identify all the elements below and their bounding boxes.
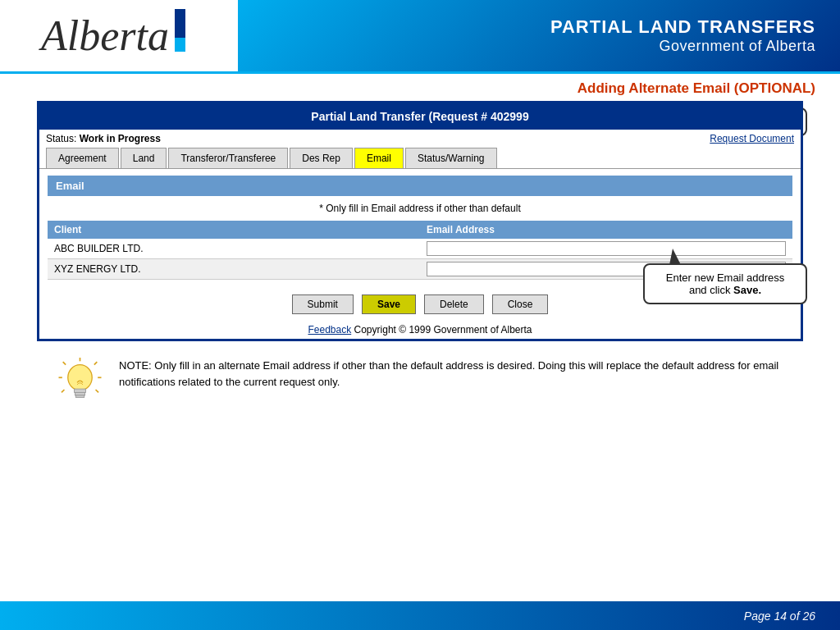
note-text: NOTE: Only fill in an alternate Email ad… — [119, 358, 783, 390]
svg-rect-12 — [75, 392, 84, 395]
email-note: * Only fill in Email address if other th… — [48, 203, 792, 214]
col-email-address: Email Address — [420, 221, 792, 239]
email-section-header: Email — [48, 176, 792, 196]
callout-bottom: Enter new Email address and click Save. — [643, 263, 807, 304]
status-bar: Status: Work in Progress Request Documen… — [39, 130, 801, 148]
svg-rect-11 — [75, 389, 86, 392]
email-input-1[interactable] — [427, 241, 786, 256]
callout-bottom-arrow — [669, 249, 681, 265]
tab-status-warning[interactable]: Status/Warning — [405, 148, 497, 168]
callout-bottom-line2: and click — [689, 284, 733, 296]
feedback-link[interactable]: Feedback — [308, 324, 351, 336]
tab-email[interactable]: Email — [354, 148, 404, 168]
svg-rect-2 — [175, 38, 185, 52]
request-doc-link[interactable]: Request Document — [710, 133, 794, 144]
svg-rect-1 — [175, 9, 185, 38]
header-title-area: PARTIAL LAND TRANSFERS Government of Alb… — [238, 0, 840, 71]
ui-screenshot: Partial Land Transfer (Request # 402999 … — [37, 101, 803, 341]
page-number: Page 14 of 26 — [744, 609, 815, 623]
ui-footer: Feedback Copyright © 1999 Government of … — [39, 321, 801, 339]
tab-agreement[interactable]: Agreement — [46, 148, 119, 168]
close-button[interactable]: Close — [492, 294, 549, 314]
ui-title-bar: Partial Land Transfer (Request # 402999 — [39, 103, 801, 130]
svg-rect-13 — [75, 395, 84, 398]
page-subtitle: Adding Alternate Email (OPTIONAL) — [0, 74, 840, 101]
title-bar-text: Partial Land Transfer (Request # 402999 — [311, 110, 528, 123]
callout-bottom-line1: Enter new Email address — [666, 272, 785, 284]
save-button[interactable]: Save — [362, 294, 416, 314]
alberta-logo: Alberta — [37, 2, 201, 69]
status-area: Status: Work in Progress — [46, 133, 161, 144]
col-client: Client — [48, 221, 420, 239]
submit-button[interactable]: Submit — [292, 294, 354, 314]
footer-bar: Page 14 of 26 — [0, 601, 840, 630]
header-subtitle: Government of Alberta — [659, 38, 815, 55]
svg-point-10 — [68, 365, 92, 390]
svg-line-8 — [62, 390, 64, 392]
callout-bottom-bold: Save. — [733, 284, 761, 296]
header: Alberta PARTIAL LAND TRANSFERS Governmen… — [0, 0, 840, 74]
email-cell-1 — [420, 239, 792, 259]
svg-line-4 — [63, 362, 66, 364]
status-value: Work in Progress — [80, 133, 161, 144]
svg-line-9 — [96, 390, 98, 392]
svg-line-5 — [94, 362, 97, 364]
client-name-1: ABC BUILDER LTD. — [48, 239, 420, 259]
client-name-2: XYZ ENERGY LTD. — [48, 259, 420, 280]
tab-des-rep[interactable]: Des Rep — [290, 148, 353, 168]
svg-text:Alberta: Alberta — [39, 12, 169, 59]
status-label: Status: — [46, 133, 76, 144]
lightbulb-icon — [57, 358, 103, 414]
delete-button[interactable]: Delete — [424, 294, 484, 314]
main-title: PARTIAL LAND TRANSFERS — [550, 16, 815, 38]
tab-land[interactable]: Land — [121, 148, 167, 168]
tabs-row: Agreement Land Transferor/Transferee Des… — [39, 148, 801, 169]
screenshot-wrapper: 1. Click the “Email” tab. Partial Land T… — [29, 101, 811, 341]
logo-area: Alberta — [0, 0, 238, 71]
main-content: 1. Click the “Email” tab. Partial Land T… — [0, 101, 840, 422]
tab-transferor-transferee[interactable]: Transferor/Transferee — [168, 148, 288, 168]
footer-copyright-text: Copyright © 1999 Government of Alberta — [354, 324, 532, 336]
note-section: NOTE: Only fill in an alternate Email ad… — [25, 341, 815, 422]
